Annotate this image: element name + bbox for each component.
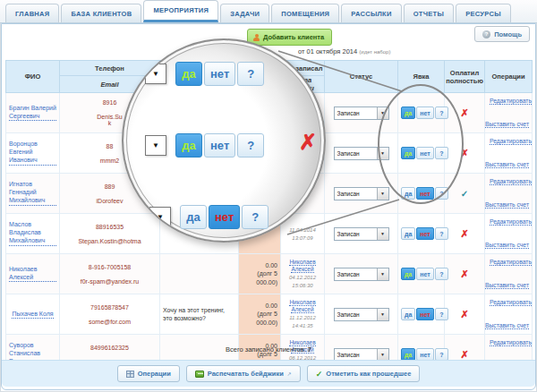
check-icon: ✓ [316,370,323,379]
mark-past-button[interactable]: ✓ Отметить как прошедшее [307,365,421,382]
chevron-down-icon[interactable]: ▼ [377,309,388,320]
attendance-yes-button[interactable]: да [401,227,415,240]
attendance-no-button[interactable]: нет [416,268,433,280]
col-header-attendance: Явка [398,61,445,93]
invoice-link[interactable]: Выставить счет [485,242,529,249]
print-badges-label: Распечатать бейджики [208,370,284,378]
attendance-unknown-button[interactable]: ? [435,268,448,280]
tab-rassylki[interactable]: РАССЫЛКИ [341,4,401,22]
attendance-unknown-button[interactable]: ? [435,147,448,159]
chevron-down-icon[interactable]: ▼ [377,148,388,159]
chevron-down-icon[interactable]: ▼ [377,228,388,240]
table-row: Пыхачев Коля 79165878547some@for.com Хоч… [6,294,533,335]
operations-button[interactable]: Операции [117,365,180,382]
client-name-link[interactable]: Брагин Валерий Сергеевич [9,105,56,122]
event-status-note: (идет набор) [359,49,390,55]
tab-resursy[interactable]: РЕСУРСЫ [456,4,511,22]
tab-baza-klientov[interactable]: БАЗА КЛИЕНТОВ [61,4,141,22]
attendance-unknown-button[interactable]: ? [435,187,448,200]
record-time: 13:07:09 [284,235,321,242]
record-date: 11.04.2014 [284,227,321,234]
record-time: 14:41:35 [284,323,321,329]
edit-link[interactable]: Редактировать [490,178,532,185]
attendance-unknown-button[interactable]: ? [435,308,448,320]
status-select[interactable]: Записан▼ [334,227,389,241]
tab-zadachi[interactable]: ЗАДАЧИ [220,4,269,22]
record-date: 11.12.2012 [284,315,321,321]
attendance-toggle: данет? [401,227,449,240]
external-link-icon: ↗ [287,371,292,377]
client-name-link[interactable]: Пыхачев Коля [12,311,53,320]
attendance-no-button[interactable]: нет [416,308,433,320]
client-name-link[interactable]: Игнатов Геннадий Михайлович [9,181,56,205]
invoice-link[interactable]: Выставить счет [485,161,529,168]
record-time: 15:06:30 [284,283,321,289]
attendance-toggle: данет? [401,268,449,280]
col-header-phone: Телефон [60,61,160,76]
status-select[interactable]: Записан▼ [334,187,389,200]
attendance-no-button[interactable]: нет [416,147,433,159]
chevron-down-icon[interactable]: ▼ [377,268,388,280]
status-select[interactable]: Записан▼ [334,308,389,321]
status-value: Записан [335,271,377,277]
tab-glavnaya[interactable]: ГЛАВНАЯ [5,4,59,22]
attendance-unknown-magnified: ? [242,205,268,229]
attendance-no-button[interactable]: нет [416,227,433,240]
paid-full-icon: ✗ [460,148,468,158]
chevron-down-icon[interactable]: ▼ [377,188,388,200]
attendance-unknown-button[interactable]: ? [435,107,448,119]
attendance-no-button[interactable]: нет [416,187,433,200]
attendance-yes-magnified: да [175,133,202,158]
tab-otchety[interactable]: ОТЧЕТЫ [404,4,454,22]
client-phone: 88916535 [63,224,157,230]
edit-link[interactable]: Редактировать [490,98,532,105]
attendance-no-button[interactable]: нет [416,107,433,119]
edit-link[interactable]: Редактировать [490,299,532,306]
col-header-status: Статус [325,61,398,93]
edit-link[interactable]: Редактировать [490,218,532,226]
attendance-no-magnified: нет [204,133,235,158]
attendance-yes-magnified: да [180,205,207,229]
tab-meropriyatiya[interactable]: МЕРОПРИЯТИЯ [143,0,218,22]
attendance-yes-button[interactable]: да [401,187,415,200]
print-badges-button[interactable]: Распечатать бейджики ↗ [186,365,301,382]
attendance-unknown-magnified: ? [237,62,264,86]
client-debt: (долг 5 000.00) [242,310,277,326]
badge-icon [195,371,204,378]
client-name-link[interactable]: Маслов Владислав Михайлович [9,221,56,245]
edit-link[interactable]: Редактировать [490,259,532,266]
grid-icon [126,371,134,378]
mark-past-label: Отметить как прошедшее [326,370,411,378]
attendance-yes-button[interactable]: да [401,308,415,320]
recorder-link[interactable]: Николаев Алексей [289,259,315,273]
chevron-down-icon[interactable]: ▼ [377,107,388,119]
tab-pomescheniya[interactable]: ПОМЕЩЕНИЯ [271,4,339,22]
status-select[interactable]: Записан▼ [334,268,389,281]
total-clients-label: Всего записано клиентов: [226,345,306,354]
cross-icon-magnified: ✗ [299,130,317,155]
attendance-yes-button[interactable]: да [401,107,415,119]
recorder-link[interactable]: Николаев Алексей [289,299,315,313]
client-name-link[interactable]: Николаев Алексей [9,266,56,283]
invoice-link[interactable]: Выставить счет [485,201,529,209]
attendance-unknown-button[interactable]: ? [435,227,448,240]
edit-link[interactable]: Редактировать [490,138,532,145]
attendance-no-magnified: нет [204,62,235,86]
invoice-link[interactable]: Выставить счет [485,322,529,329]
total-clients-count: 7 [308,345,311,354]
invoice-link[interactable]: Выставить счет [485,282,529,289]
attendance-yes-button[interactable]: да [401,268,415,280]
record-date: 04.12.2012 [284,275,321,281]
crm-page: ГЛАВНАЯ БАЗА КЛИЕНТОВ МЕРОПРИЯТИЯ ЗАДАЧИ… [0,0,537,392]
help-button[interactable]: ? Помощь [474,26,530,42]
add-client-button[interactable]: Добавить клиента [247,29,332,46]
attendance-toggle: данет? [401,107,449,119]
operations-label: Операции [138,370,171,378]
attendance-yes-button[interactable]: да [401,147,415,159]
invoice-link[interactable]: Выставить счет [485,121,529,128]
status-select[interactable]: Записан▼ [334,107,389,120]
client-email: Stepan.Kostin@hotma [63,238,157,244]
status-select[interactable]: Записан▼ [334,147,389,160]
client-name-link[interactable]: Воронцов Евгений Иванович [9,141,56,165]
client-email: some@for.com [63,319,157,325]
